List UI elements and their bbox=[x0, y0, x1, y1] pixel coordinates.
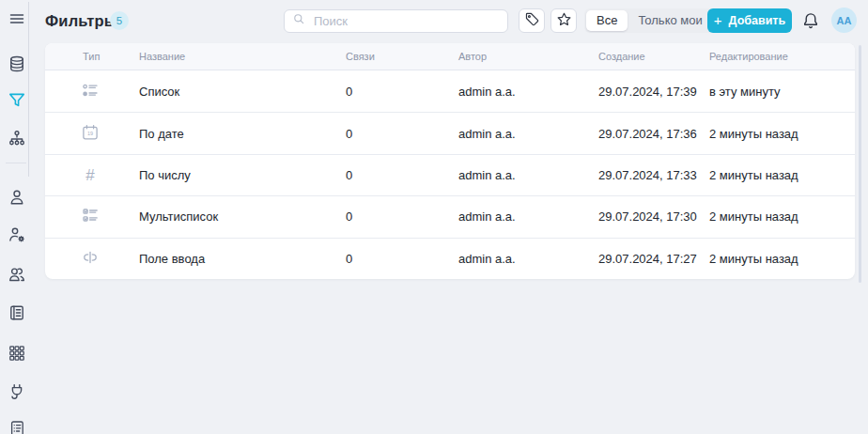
type-cell: # bbox=[45, 165, 139, 184]
author-cell: admin a.a. bbox=[458, 85, 598, 99]
edited-cell: 2 минуты назад bbox=[709, 168, 855, 182]
author-cell: admin a.a. bbox=[458, 209, 598, 224]
scope-all-tab[interactable]: Все bbox=[586, 10, 628, 31]
plus-icon: + bbox=[714, 13, 722, 27]
sidebar-item-user[interactable] bbox=[4, 184, 30, 210]
type-cell: 19 bbox=[45, 123, 139, 145]
table-row[interactable]: Поле ввода0admin a.a.29.07.2024, 17:272 … bbox=[45, 238, 855, 279]
hash-icon: # bbox=[81, 165, 100, 184]
links-cell: 0 bbox=[346, 85, 458, 99]
svg-text:19: 19 bbox=[87, 130, 93, 135]
apps-grid-icon bbox=[8, 344, 26, 363]
column-header-name: Название bbox=[139, 51, 346, 62]
hierarchy-icon bbox=[8, 129, 26, 147]
bell-icon bbox=[801, 11, 820, 33]
created-cell: 29.07.2024, 17:39 bbox=[598, 85, 709, 99]
tag-icon bbox=[524, 11, 540, 30]
type-cell bbox=[45, 206, 139, 227]
sidebar-item-database[interactable] bbox=[4, 51, 30, 77]
author-cell: admin a.a. bbox=[458, 127, 598, 141]
column-header-edited: Редактирование bbox=[709, 51, 855, 62]
created-cell: 29.07.2024, 17:30 bbox=[598, 209, 709, 224]
sidebar-scrollbar[interactable] bbox=[28, 2, 29, 177]
edited-cell: в эту минуту bbox=[709, 85, 855, 99]
table-header-row: ТипНазваниеСвязиАвторСозданиеРедактирова… bbox=[45, 43, 855, 70]
search-input[interactable] bbox=[312, 13, 500, 29]
edited-cell: 2 минуты назад bbox=[709, 127, 855, 141]
column-header-type: Тип bbox=[45, 51, 139, 62]
sidebar bbox=[0, 0, 38, 434]
type-cell bbox=[45, 248, 139, 270]
add-button-label: Добавить bbox=[729, 14, 786, 27]
search-box bbox=[284, 9, 508, 33]
list-icon bbox=[81, 81, 100, 100]
sidebar-divider bbox=[6, 163, 26, 163]
calendar-icon: 19 bbox=[81, 123, 100, 142]
database-icon bbox=[8, 54, 26, 73]
hamburger-icon bbox=[8, 9, 26, 28]
sidebar-item-ledger[interactable] bbox=[4, 300, 30, 326]
star-icon bbox=[556, 11, 572, 30]
sidebar-item-hierarchy[interactable] bbox=[4, 125, 30, 151]
name-cell: Мультисписок bbox=[139, 209, 346, 224]
name-cell: Список bbox=[139, 85, 346, 99]
ledger-icon bbox=[8, 303, 26, 322]
plug-icon bbox=[8, 382, 26, 401]
sidebar-item-users[interactable] bbox=[4, 261, 30, 287]
table-body: Список0admin a.a.29.07.2024, 17:39в эту … bbox=[45, 70, 855, 279]
name-cell: По числу bbox=[139, 168, 346, 182]
checklist-icon bbox=[81, 206, 100, 225]
edited-cell: 2 минуты назад bbox=[709, 209, 855, 224]
author-cell: admin a.a. bbox=[458, 168, 598, 182]
links-cell: 0 bbox=[346, 127, 458, 141]
tag-filter-button[interactable] bbox=[519, 8, 545, 33]
count-badge: 5 bbox=[110, 11, 129, 30]
table-row[interactable]: 19По дате0admin a.a.29.07.2024, 17:362 м… bbox=[45, 112, 855, 153]
type-cell bbox=[45, 81, 139, 102]
scope-mine-tab[interactable]: Только мои bbox=[628, 10, 712, 31]
edited-cell: 2 минуты назад bbox=[709, 252, 855, 266]
search-icon bbox=[292, 12, 306, 30]
sidebar-item-filter[interactable] bbox=[4, 87, 30, 114]
column-header-author: Автор bbox=[458, 51, 598, 62]
name-cell: Поле ввода bbox=[139, 252, 346, 266]
page-title: Фильтры bbox=[45, 12, 117, 30]
author-cell: admin a.a. bbox=[458, 252, 598, 266]
filter-icon bbox=[8, 91, 26, 110]
notifications-button[interactable] bbox=[798, 8, 824, 35]
table-row[interactable]: Мультисписок0admin a.a.29.07.2024, 17:30… bbox=[45, 195, 855, 237]
table-row[interactable]: #По числу0admin a.a.29.07.2024, 17:332 м… bbox=[45, 154, 855, 195]
top-bar: Фильтры 5 Все Только мои + Добавить AA bbox=[38, 0, 868, 43]
created-cell: 29.07.2024, 17:33 bbox=[598, 168, 709, 182]
sidebar-item-journal[interactable] bbox=[4, 415, 30, 434]
user-gear-icon bbox=[8, 225, 26, 244]
sidebar-item-plug[interactable] bbox=[4, 379, 30, 405]
table-row[interactable]: Список0admin a.a.29.07.2024, 17:39в эту … bbox=[45, 70, 855, 112]
avatar[interactable]: AA bbox=[831, 8, 857, 33]
scope-segmented-control: Все Только мои bbox=[584, 8, 715, 33]
input-cursor-icon bbox=[81, 248, 100, 267]
sidebar-item-apps-grid[interactable] bbox=[4, 340, 30, 366]
journal-icon bbox=[8, 419, 26, 434]
column-header-created: Создание bbox=[598, 51, 709, 62]
user-icon bbox=[8, 188, 26, 207]
created-cell: 29.07.2024, 17:36 bbox=[598, 127, 709, 141]
sidebar-item-user-gear[interactable] bbox=[4, 222, 30, 248]
app-root: Фильтры 5 Все Только мои + Добавить AA Т… bbox=[0, 0, 868, 434]
links-cell: 0 bbox=[346, 252, 458, 266]
hamburger-menu-button[interactable] bbox=[4, 6, 30, 32]
add-button[interactable]: + Добавить bbox=[707, 8, 792, 33]
created-cell: 29.07.2024, 17:27 bbox=[598, 252, 709, 266]
links-cell: 0 bbox=[346, 168, 458, 182]
filters-table: ТипНазваниеСвязиАвторСозданиеРедактирова… bbox=[45, 43, 855, 279]
favorites-button[interactable] bbox=[550, 8, 577, 33]
users-icon bbox=[8, 265, 26, 284]
name-cell: По дате bbox=[139, 127, 346, 141]
links-cell: 0 bbox=[346, 209, 458, 224]
page-scrollbar[interactable] bbox=[859, 45, 861, 283]
column-header-links: Связи bbox=[346, 51, 458, 62]
